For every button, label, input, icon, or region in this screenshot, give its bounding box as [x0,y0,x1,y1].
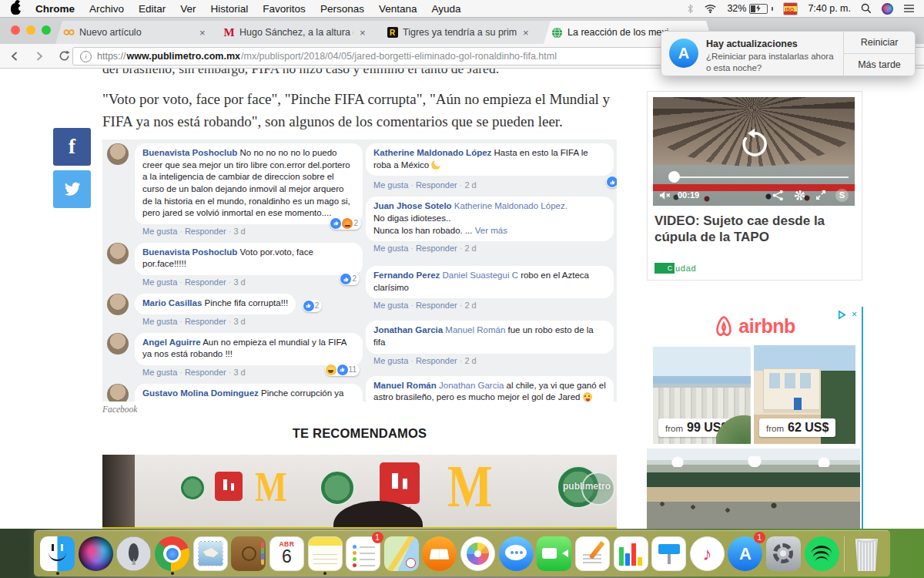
menu-ventana[interactable]: Ventana [379,3,417,15]
mentioned-person[interactable]: Manuel Román [445,325,505,334]
dock-itunes-icon[interactable]: ♪ [689,534,725,574]
dock-chrome-icon[interactable] [155,534,190,574]
later-button[interactable]: Más tarde [844,54,915,76]
menu-historial[interactable]: Historial [211,3,249,15]
reaction-badge[interactable]: 11 [325,364,360,376]
like-link[interactable]: Me gusta [373,180,408,190]
keyboard-layout-icon[interactable]: ISO [783,2,798,15]
restart-button[interactable]: Reiniciar [844,32,915,54]
section-tag-ciudad[interactable]: C udad [654,263,696,274]
siri-menu-icon[interactable] [882,3,893,15]
reply-link[interactable]: Responder [185,317,226,326]
forward-button[interactable] [29,47,49,66]
dock-notes-icon[interactable] [307,534,343,574]
dock-spotify-icon[interactable] [804,534,839,574]
spotlight-search-icon[interactable] [861,3,872,14]
reaction-badge[interactable]: 2 [303,300,323,312]
commenter-name[interactable]: Gustavo Molina Dominguez [142,388,259,398]
window-close-button[interactable] [11,25,20,35]
tab-close-icon[interactable]: × [198,27,207,39]
like-link[interactable]: Me gusta [373,356,408,365]
back-button[interactable] [5,47,25,66]
dock-trash-icon[interactable] [849,534,884,574]
like-link[interactable]: Me gusta [373,301,408,310]
commenter-name[interactable]: Mario Casillas [142,298,202,307]
commenter-name[interactable]: Katherine Maldonado López [373,148,491,157]
commenter-name[interactable]: Fernando Perez [373,271,440,280]
dock-contacts-icon[interactable] [231,534,266,574]
menu-personas[interactable]: Personas [320,3,364,15]
ad-listing-photo[interactable] [647,449,860,529]
dock-system-preferences-icon[interactable] [766,534,802,574]
menu-ayuda[interactable]: Ayuda [431,3,460,15]
bluetooth-icon[interactable] [687,3,694,15]
see-more-link[interactable]: Ver más [475,226,507,235]
ad-listing-photo[interactable]: from62 US$ [754,345,855,444]
commenter-name[interactable]: Juan Jhose Sotelo [373,201,452,210]
recommended-video-thumbnail[interactable]: M playerescort M publimetro [102,455,617,529]
video-player[interactable]: 00:19 S [653,97,855,206]
reply-link[interactable]: Responder [185,368,226,377]
commenter-name[interactable]: Manuel Román [373,381,437,390]
commenter-name[interactable]: Jonathan Garcia [373,325,443,334]
facebook-share-button[interactable]: f [53,128,91,166]
wifi-icon[interactable] [704,4,717,14]
progress-track[interactable] [679,176,849,178]
video-headline[interactable]: VIDEO: Sujeto cae desde la cúpula de la … [654,213,853,245]
reaction-badge[interactable]: 2 [330,217,361,230]
mentioned-person[interactable]: Daniel Suastegui C [442,271,517,280]
menu-archivo[interactable]: Archivo [89,3,124,15]
tab-close-icon[interactable]: × [521,27,531,39]
replay-icon[interactable] [738,128,771,160]
mentioned-person[interactable]: Jonathan Garcia [439,381,504,390]
ad-listing-photo[interactable]: from99 US$ [653,347,751,444]
dock-keynote-icon[interactable] [651,534,687,574]
tagged-person[interactable]: Jaime Ojeda P [247,401,305,402]
mute-icon[interactable] [659,190,671,200]
notification-center-icon[interactable] [903,4,915,13]
window-zoom-button[interactable] [42,25,51,35]
airbnb-ad[interactable]: × airbnb from99 US$ from62 US$ [647,307,863,529]
airbnb-logo[interactable]: airbnb [647,314,862,338]
reply-link[interactable]: Responder [185,227,226,236]
like-link[interactable]: Me gusta [373,244,408,253]
page-info-icon[interactable]: i [80,51,92,62]
tab-close-icon[interactable]: × [358,27,367,39]
menu-editar[interactable]: Editar [139,3,166,15]
dock-ibooks-icon[interactable] [422,534,457,574]
dock-facetime-icon[interactable] [537,534,572,574]
reply-link[interactable]: Responder [416,356,457,365]
settings-gear-icon[interactable] [794,190,805,201]
commenter-name[interactable]: Buenavista Poshoclub [142,247,237,257]
share-icon[interactable] [772,190,784,201]
tab-nuevo-articulo[interactable]: Nuevo artículo × [55,21,229,44]
reply-link[interactable]: Responder [416,244,457,253]
reaction-badge[interactable]: 2 [340,273,360,285]
fullscreen-icon[interactable] [815,190,826,200]
dock-appstore-icon[interactable]: A1 [728,534,763,574]
dock-siri-icon[interactable] [78,534,113,574]
app-menu-chrome[interactable]: Chrome [35,3,75,15]
tab-tigres[interactable]: R Tigres ya tendría a su primer r × [379,21,557,44]
dock-launchpad-icon[interactable] [116,534,152,574]
like-link[interactable]: Me gusta [142,317,177,326]
menu-bar-clock[interactable]: 7:40 p. m. [808,3,851,14]
like-link[interactable]: Me gusta [142,368,177,377]
window-minimize-button[interactable] [26,25,35,35]
menu-favoritos[interactable]: Favoritos [263,3,306,15]
dock-mail-icon[interactable] [192,534,228,574]
dock-messages-icon[interactable] [498,534,534,574]
reaction-badge[interactable] [606,176,617,188]
tab-hugo-sanchez[interactable]: M Hugo Sánchez, a la altura de F × [216,21,393,44]
dock-finder-icon[interactable] [40,534,75,574]
reply-link[interactable]: Responder [185,277,226,287]
commenter-name[interactable]: Angel Aguirre [142,338,201,347]
like-link[interactable]: Me gusta [142,227,177,236]
dock-pages-icon[interactable] [574,534,610,574]
menu-ver[interactable]: Ver [180,3,196,15]
apple-menu-icon[interactable] [11,3,21,15]
dock-maps-icon[interactable] [383,534,419,574]
dock-photos-icon[interactable] [460,534,496,574]
dock-numbers-icon[interactable] [613,534,648,574]
sendtonews-logo[interactable]: S [835,189,849,202]
